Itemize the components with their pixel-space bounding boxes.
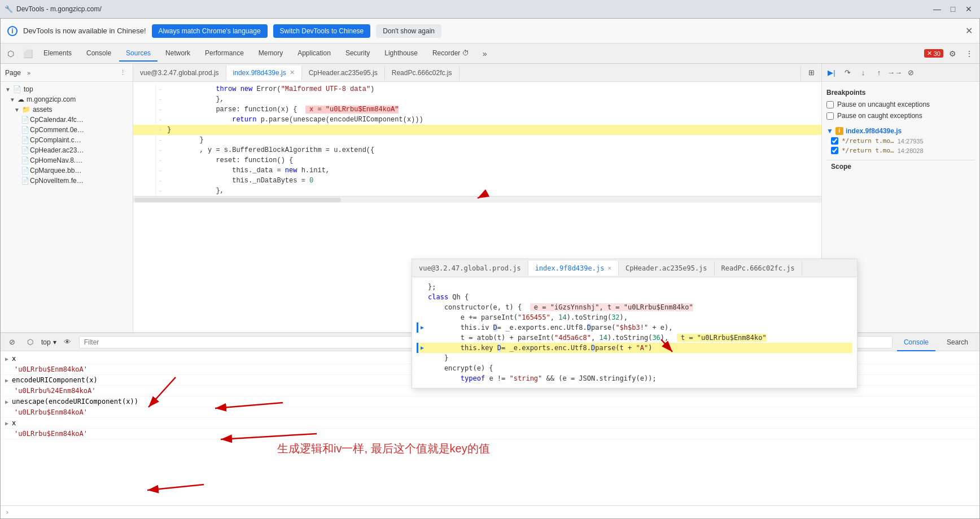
step-into-button[interactable]: ↓	[856, 66, 870, 80]
tree-file-5-label: CpHomeNav.8.…	[30, 156, 82, 164]
file-tab-index-close[interactable]: ✕	[290, 69, 295, 76]
step-out-button[interactable]: ↑	[872, 66, 886, 80]
expand-arrow[interactable]: ▶	[5, 356, 8, 362]
tab-elements[interactable]: Elements	[37, 46, 78, 62]
tree-domain-label: m.gongzicp.com	[27, 95, 76, 103]
console-tab-console[interactable]: Console	[897, 333, 935, 351]
tab-lighthouse[interactable]: Lighthouse	[378, 46, 425, 62]
more-options-button[interactable]: ⋮	[961, 46, 977, 62]
console-tab-search[interactable]: Search	[940, 333, 975, 351]
console-prompt[interactable]: ›	[1, 505, 979, 518]
file-tab-cpheader[interactable]: CpHeader.ac235e95.js	[302, 66, 385, 80]
bp-2-line: 14:28028	[898, 147, 924, 154]
tree-item-top[interactable]: ▼ 📄 top	[1, 84, 133, 94]
file-tab-index[interactable]: index.9f8d439e.js ✕	[226, 66, 302, 80]
deactivate-breakpoints-button[interactable]: ⊘	[903, 66, 918, 80]
expand-arrow[interactable]: ▶	[5, 377, 8, 383]
dont-show-again-button[interactable]: Don't show again	[376, 24, 441, 38]
tab-sources[interactable]: Sources	[119, 46, 158, 62]
close-window-button[interactable]: ✕	[962, 2, 975, 16]
file-tab-vue[interactable]: vue@3.2.47.global.prod.js	[133, 66, 226, 80]
error-x-icon: ✕	[927, 50, 932, 57]
minimize-button[interactable]: —	[930, 2, 944, 16]
tree-item-file-2[interactable]: 📄 CpComment.0e…	[1, 125, 133, 135]
page-more-button[interactable]: »	[23, 67, 34, 78]
tab-application[interactable]: Application	[291, 46, 338, 62]
tree-item-file-1[interactable]: 📄 CpCalendar.4fc…	[1, 115, 133, 125]
expand-arrow[interactable]: ▶	[5, 420, 8, 426]
toggle-sidebar-button[interactable]: ⊞	[803, 65, 819, 81]
float-line: };	[417, 282, 852, 292]
tree-file-2-label: CpComment.0e…	[30, 126, 84, 134]
file-tab-index-label: index.9f8d439e.js	[233, 69, 286, 77]
page-menu-button[interactable]: ⋮	[117, 67, 128, 78]
file-tab-cpheader-label: CpHeader.ac235e95.js	[309, 69, 378, 77]
maximize-button[interactable]: □	[946, 2, 960, 16]
tab-security[interactable]: Security	[339, 46, 377, 62]
tab-memory[interactable]: Memory	[252, 46, 290, 62]
error-badge: ✕ 30	[924, 49, 943, 58]
tab-network[interactable]: Network	[159, 46, 197, 62]
pause-uncaught-checkbox[interactable]	[826, 101, 834, 108]
bp-1-checkbox[interactable]	[831, 137, 838, 145]
float-code-area[interactable]: }; class Qh { constructor(e, t) { e = "i…	[412, 277, 857, 388]
device-toggle-button[interactable]: ⬜	[20, 46, 36, 62]
code-line: - },	[133, 186, 821, 196]
tree-file-3-label: CpComplaint.c…	[30, 136, 81, 144]
pause-caught-checkbox[interactable]	[826, 112, 834, 120]
banner-close-button[interactable]: ✕	[965, 25, 973, 36]
settings-button[interactable]: ⚙	[944, 46, 960, 62]
more-tabs-button[interactable]: »	[477, 46, 493, 62]
tree-item-domain[interactable]: ▼ ☁ m.gongzicp.com	[1, 94, 133, 104]
bp-file-name: index.9f8d439e.js	[846, 127, 902, 135]
tab-recorder[interactable]: Recorder ⏱	[426, 46, 476, 62]
always-match-language-button[interactable]: Always match Chrome's language	[152, 24, 268, 38]
code-line-highlighted: - }	[133, 125, 821, 135]
clear-console-button[interactable]: ⊘	[5, 335, 19, 349]
tree-item-file-6[interactable]: 📄 CpMarquee.bb…	[1, 165, 133, 176]
tree-item-file-4[interactable]: 📄 CpHeader.ac23…	[1, 145, 133, 155]
inspect-console-button[interactable]: ⬡	[23, 335, 37, 349]
page-label: Page	[5, 69, 21, 77]
tab-performance[interactable]: Performance	[198, 46, 251, 62]
bp-entry-2[interactable]: */return t.mo… 14:28028	[826, 146, 975, 155]
tree-file-1-label: CpCalendar.4fc…	[30, 116, 84, 124]
float-tab-cpheader[interactable]: CpHeader.ac235e95.js	[619, 261, 715, 276]
step-button[interactable]: →→	[887, 66, 902, 80]
float-line: constructor(e, t) { e = "iGzsYnnshj", t …	[417, 302, 852, 312]
context-label: top	[41, 338, 51, 346]
float-tab-readpc[interactable]: ReadPc.666c02fc.js	[715, 261, 802, 276]
title-controls: — □ ✕	[930, 2, 975, 16]
breakpoints-section: Breakpoints Pause on uncaught exceptions…	[822, 82, 979, 177]
float-tab-index[interactable]: index.9f8d439e.js ✕	[528, 261, 619, 276]
tab-console[interactable]: Console	[80, 46, 118, 62]
float-tab-close[interactable]: ✕	[607, 264, 611, 272]
main-content: Page » ⋮ ▼ 📄 top ▼ ☁ m.gongzicp.com ▼	[1, 64, 979, 518]
code-line: - this._nDataBytes = 0	[133, 176, 821, 186]
resume-button[interactable]: ▶|	[824, 66, 839, 80]
console-string-value: 'u0LRrbu$Enm84koA'	[14, 408, 88, 416]
bp-2-checkbox[interactable]	[831, 147, 838, 154]
step-over-button[interactable]: ↷	[840, 66, 855, 80]
console-string-value: 'u0LRrbu$Enm84koA'	[14, 365, 88, 373]
inspect-element-button[interactable]: ⬡	[3, 46, 19, 62]
console-fn-value: encodeURIComponent(x)	[12, 376, 98, 384]
file-tab-readpc[interactable]: ReadPc.666c02fc.js	[385, 66, 460, 80]
tree-item-assets[interactable]: ▼ 📁 assets	[1, 104, 133, 115]
switch-to-chinese-button[interactable]: Switch DevTools to Chinese	[273, 24, 371, 38]
tree-file-6-label: CpMarquee.bb…	[30, 167, 81, 175]
expand-arrow[interactable]: ▶	[5, 399, 8, 405]
float-tab-vue[interactable]: vue@3.2.47.global.prod.js	[412, 261, 528, 276]
tree-item-file-3[interactable]: 📄 CpComplaint.c…	[1, 135, 133, 145]
code-line: - reset: function() {	[133, 155, 821, 165]
tree-item-file-7[interactable]: 📄 CpNovelItem.fe…	[1, 176, 133, 186]
float-line: }	[417, 353, 852, 363]
window-title: DevTools - m.gongzicp.com/	[16, 5, 102, 13]
bp-entry-1[interactable]: */return t.mo… 14:27935	[826, 136, 975, 146]
floating-tabs: vue@3.2.47.global.prod.js index.9f8d439e…	[412, 259, 857, 277]
context-selector[interactable]: top ▾	[41, 338, 56, 346]
eye-toggle-button[interactable]: 👁	[61, 335, 75, 349]
tree-item-file-5[interactable]: 📄 CpHomeNav.8.…	[1, 155, 133, 165]
float-line-bp1: ▶ this.iv D= _e.exports.enc.Utf8.Dparse(…	[417, 322, 852, 333]
page-nav: Page » ⋮	[1, 64, 133, 82]
